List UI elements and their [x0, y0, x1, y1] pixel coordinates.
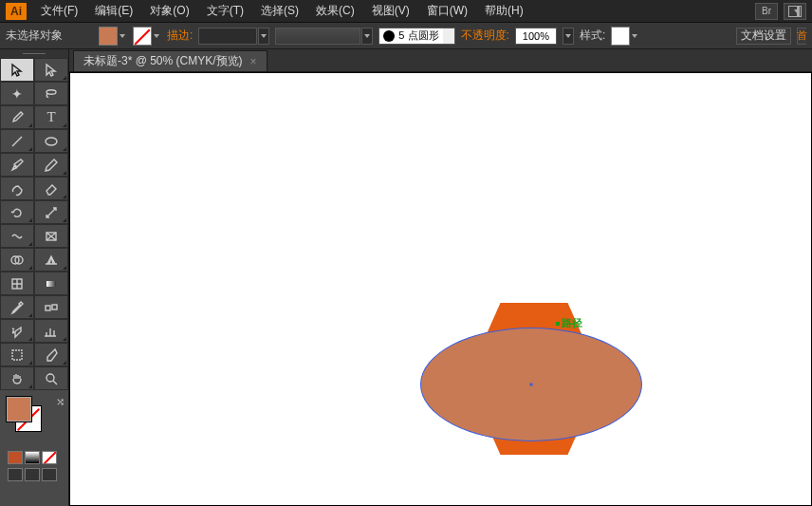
- screen-mode-full[interactable]: [25, 468, 40, 481]
- selection-label: 未选择对象: [6, 28, 93, 44]
- ellipse-center-point: [530, 384, 533, 386]
- pencil-tool[interactable]: [34, 153, 68, 177]
- screen-mode-presentation[interactable]: [42, 468, 57, 481]
- scale-tool[interactable]: [34, 200, 68, 224]
- menu-help[interactable]: 帮助(H): [476, 0, 532, 23]
- selection-tool[interactable]: [0, 58, 34, 82]
- free-transform-tool[interactable]: [34, 224, 68, 248]
- artboard-tool[interactable]: [0, 343, 34, 366]
- menu-select[interactable]: 选择(S): [252, 0, 307, 23]
- document-tab-title: 未标题-3* @ 50% (CMYK/预览): [83, 53, 243, 69]
- document-tab-bar: 未标题-3* @ 50% (CMYK/预览) ×: [69, 49, 812, 72]
- fill-stroke-well[interactable]: ⤭: [0, 390, 68, 487]
- eraser-tool[interactable]: [34, 177, 68, 200]
- gradient-tool[interactable]: [34, 272, 68, 295]
- slice-tool[interactable]: [34, 343, 68, 366]
- eyedropper-tool[interactable]: [0, 295, 34, 319]
- direct-selection-tool[interactable]: [34, 58, 68, 82]
- swap-fill-stroke-icon[interactable]: ⤭: [56, 396, 65, 408]
- svg-rect-6: [46, 306, 50, 310]
- artboard: [69, 72, 812, 506]
- graphic-style-swatch[interactable]: [611, 27, 630, 46]
- paintbrush-tool[interactable]: [0, 153, 34, 177]
- preferences-button[interactable]: 首: [797, 28, 806, 45]
- ellipse-tool[interactable]: [34, 129, 68, 153]
- hand-tool[interactable]: [0, 366, 34, 390]
- color-mode-solid[interactable]: [8, 451, 23, 464]
- zoom-tool[interactable]: [34, 366, 68, 390]
- menu-file[interactable]: 文件(F): [32, 0, 86, 23]
- stroke-swatch[interactable]: [133, 27, 152, 46]
- svg-point-9: [46, 374, 54, 382]
- brush-name: 5 点圆形: [398, 28, 442, 43]
- menu-view[interactable]: 视图(V): [363, 0, 418, 23]
- menu-window[interactable]: 窗口(W): [418, 0, 476, 23]
- screen-mode-normal[interactable]: [8, 468, 23, 481]
- svg-rect-7: [52, 305, 57, 309]
- opacity-label: 不透明度:: [461, 28, 509, 44]
- width-tool[interactable]: [0, 224, 34, 248]
- anchor-icon: [556, 322, 560, 326]
- control-bar: 未选择对象 描边: 5 点圆形 不透明度: 100% 样式: 文档设置 首: [0, 23, 812, 49]
- fill-color[interactable]: [6, 396, 32, 422]
- color-mode-none[interactable]: [42, 451, 57, 464]
- menu-effect[interactable]: 效果(C): [307, 0, 363, 23]
- smart-guide-label: 路径: [556, 316, 582, 330]
- lasso-tool[interactable]: [34, 82, 68, 105]
- menu-edit[interactable]: 编辑(E): [86, 0, 141, 23]
- brush-definition[interactable]: 5 点圆形: [378, 28, 454, 45]
- document-tab[interactable]: 未标题-3* @ 50% (CMYK/预览) ×: [73, 50, 268, 71]
- menu-bar: Ai 文件(F) 编辑(E) 对象(O) 文字(T) 选择(S) 效果(C) 视…: [0, 0, 812, 23]
- toolbox: ✦ T: [0, 49, 69, 506]
- svg-point-0: [46, 138, 57, 145]
- column-graph-tool[interactable]: [34, 319, 68, 343]
- shape-builder-tool[interactable]: [0, 248, 34, 272]
- symbol-sprayer-tool[interactable]: [0, 319, 34, 343]
- menu-object[interactable]: 对象(O): [141, 0, 197, 23]
- workspace: ✦ T: [0, 49, 812, 506]
- style-label: 样式:: [580, 28, 605, 44]
- app-logo: Ai: [6, 3, 27, 20]
- bridge-button[interactable]: Br: [755, 3, 778, 20]
- menu-type[interactable]: 文字(T): [198, 0, 252, 23]
- blend-tool[interactable]: [34, 295, 68, 319]
- magic-wand-tool[interactable]: ✦: [0, 82, 34, 105]
- opacity-dropdown[interactable]: [563, 28, 574, 45]
- tool-grid: ✦ T: [0, 58, 68, 390]
- perspective-grid-tool[interactable]: [34, 248, 68, 272]
- brush-dot-icon: [383, 30, 395, 42]
- color-mode-gradient[interactable]: [25, 451, 40, 464]
- fill-swatch[interactable]: [99, 27, 118, 46]
- color-mode-row: [8, 451, 63, 464]
- type-tool[interactable]: T: [34, 105, 68, 129]
- rotate-tool[interactable]: [0, 200, 34, 224]
- blob-brush-tool[interactable]: [0, 177, 34, 200]
- document-setup-button[interactable]: 文档设置: [736, 28, 791, 45]
- ellipse-shape[interactable]: [420, 328, 642, 441]
- toolbox-gripper[interactable]: [0, 49, 68, 58]
- pen-tool[interactable]: [0, 105, 34, 129]
- canvas[interactable]: 路径: [69, 72, 812, 506]
- smart-guide-text: 路径: [562, 317, 582, 328]
- opacity-field[interactable]: 100%: [515, 28, 557, 45]
- document-area: 未标题-3* @ 50% (CMYK/预览) × 路径: [69, 49, 812, 506]
- variable-width-profile[interactable]: [275, 28, 373, 45]
- stroke-weight-field[interactable]: [198, 28, 269, 45]
- layout-switcher[interactable]: [784, 3, 806, 20]
- mesh-tool[interactable]: [0, 272, 34, 295]
- line-segment-tool[interactable]: [0, 129, 34, 153]
- screen-mode-row: [8, 468, 63, 481]
- svg-rect-8: [12, 350, 22, 360]
- svg-rect-5: [46, 281, 56, 287]
- stroke-label: 描边:: [167, 28, 193, 44]
- close-tab-icon[interactable]: ×: [250, 55, 257, 68]
